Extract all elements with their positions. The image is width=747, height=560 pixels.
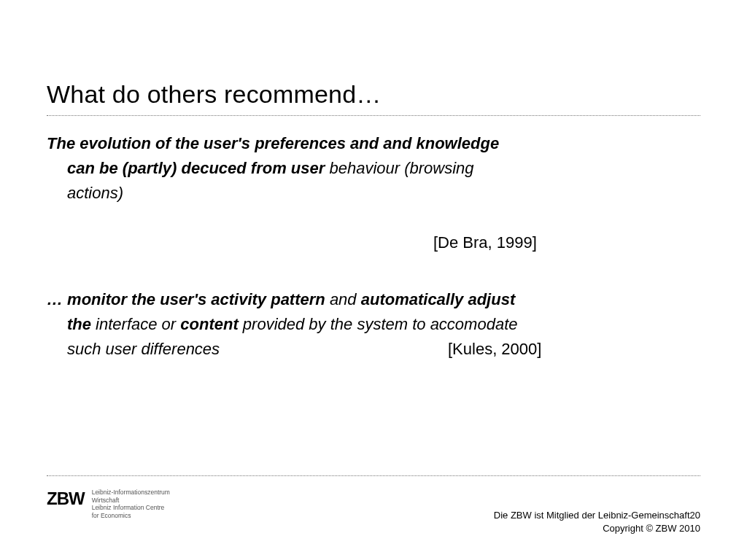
citation-1: [De Bra, 1999] <box>433 230 537 255</box>
slide-body: The evolution of the user's preferences … <box>47 131 700 362</box>
slide-title: What do others recommend… <box>47 80 382 109</box>
divider-bottom <box>47 475 700 476</box>
p2-line1c: automatically adjust <box>361 290 516 308</box>
zbw-sub-line4: for Economics <box>92 512 170 520</box>
zbw-logo: ZBW <box>47 489 85 508</box>
footer-copyright: Copyright © ZBW 2010 <box>494 522 700 535</box>
p1-line1: The evolution of the user's preferences … <box>47 134 499 152</box>
p2-line2b: interface or <box>91 315 180 333</box>
zbw-sub-line3: Leibniz Information Centre <box>92 504 170 512</box>
p1-line3a: actions) <box>67 184 123 202</box>
slide: What do others recommend… The evolution … <box>0 0 747 560</box>
citation-2: [Kules, 2000] <box>448 337 541 362</box>
zbw-subtitle: Leibniz-Informationszentrum Wirtschaft L… <box>92 489 170 520</box>
paragraph-1: The evolution of the user's preferences … <box>47 131 700 206</box>
p2-line2d: provided by the system to accomodate <box>239 315 518 333</box>
p2-line2a: the <box>67 315 91 333</box>
p2-line1a: … monitor the user's activity pattern <box>47 290 325 308</box>
p2-line2c: content <box>180 315 238 333</box>
zbw-sub-line2: Wirtschaft <box>92 497 170 505</box>
p2-line1b: and <box>325 290 361 308</box>
p2-line3a: such user differences <box>67 340 220 358</box>
divider-top <box>47 115 700 116</box>
p1-line2b: behaviour (browsing <box>329 159 473 177</box>
zbw-sub-line1: Leibniz-Informationszentrum <box>92 489 170 497</box>
page-number: 20 <box>690 510 700 521</box>
p1-line2a: can be (partly) decuced from user <box>67 159 329 177</box>
paragraph-2: … monitor the user's activity pattern an… <box>47 287 700 362</box>
footer-membership: Die ZBW ist Mitglied der Leibniz-Gemeins… <box>494 510 690 521</box>
footer-logo-block: ZBW Leibniz-Informationszentrum Wirtscha… <box>47 489 170 520</box>
footer-right: Die ZBW ist Mitglied der Leibniz-Gemeins… <box>494 509 700 534</box>
